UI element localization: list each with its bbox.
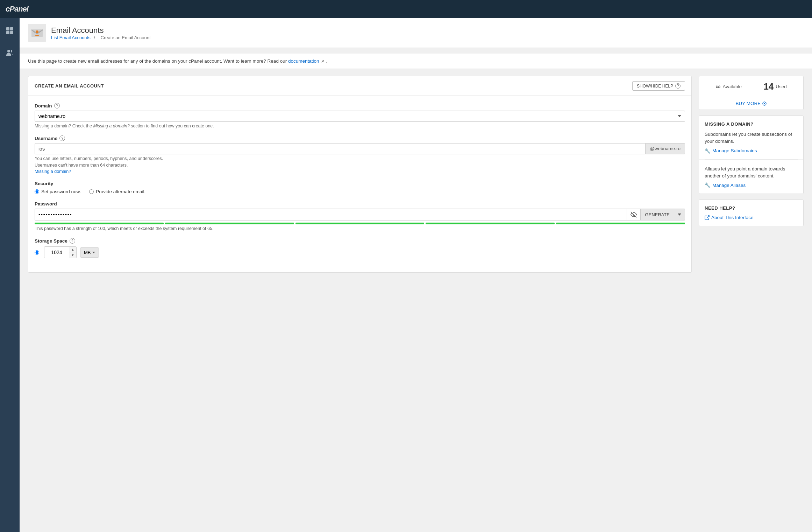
accounts-stats-card: ∞ Available 14 Used BUY MORE bbox=[699, 76, 804, 110]
security-option-2[interactable]: Provide alternate email. bbox=[89, 189, 145, 194]
sidebar-icon-users[interactable] bbox=[3, 46, 17, 61]
top-nav: cPanel bbox=[0, 0, 812, 18]
svg-point-7 bbox=[36, 30, 38, 33]
need-help-section: NEED HELP? About This Interface bbox=[699, 200, 803, 226]
email-icon bbox=[28, 24, 46, 42]
password-visibility-toggle[interactable] bbox=[627, 209, 640, 220]
storage-unit-label: MB bbox=[84, 250, 91, 255]
buy-more-section: BUY MORE bbox=[699, 97, 803, 110]
strength-bar-4 bbox=[426, 223, 555, 224]
security-label-text: Security bbox=[35, 181, 53, 186]
right-sidebar: ∞ Available 14 Used BUY MORE bbox=[699, 76, 804, 232]
password-input[interactable] bbox=[35, 209, 627, 220]
used-label: Used bbox=[776, 84, 787, 89]
buy-more-icon bbox=[762, 102, 767, 106]
username-row: @webname.ro bbox=[35, 143, 685, 154]
generate-dropdown-button[interactable] bbox=[674, 209, 685, 220]
storage-spinners: ▲ ▼ bbox=[69, 247, 76, 258]
storage-unit-button[interactable]: MB bbox=[80, 247, 99, 258]
password-label: Password bbox=[35, 201, 685, 206]
manage-aliases-link[interactable]: 🔧 Manage Aliases bbox=[705, 182, 798, 188]
svg-rect-3 bbox=[10, 31, 13, 34]
breadcrumb: List Email Accounts / Create an Email Ac… bbox=[51, 35, 153, 40]
documentation-link[interactable]: documentation bbox=[288, 58, 319, 64]
accounts-stats: ∞ Available 14 Used bbox=[699, 76, 803, 97]
security-option-1-label: Set password now. bbox=[41, 189, 81, 194]
main-content: Email Accounts List Email Accounts / Cre… bbox=[20, 18, 812, 532]
eye-slash-icon bbox=[631, 211, 637, 218]
external-link-icon bbox=[705, 215, 710, 220]
wrench-icon-subdomains: 🔧 bbox=[705, 148, 711, 154]
security-option-1[interactable]: Set password now. bbox=[35, 189, 81, 194]
svg-rect-1 bbox=[10, 27, 13, 30]
password-strength-text: This password has a strength of 100, whi… bbox=[35, 226, 685, 231]
storage-space-group: Storage Space ? ▲ ▼ bbox=[35, 238, 685, 258]
missing-domain-link[interactable]: Missing a domain? bbox=[35, 169, 71, 174]
sidebar bbox=[0, 18, 20, 532]
page-title: Email Accounts bbox=[51, 26, 153, 35]
security-option-2-label: Provide alternate email. bbox=[96, 189, 145, 194]
username-hint-2: Usernames can't have more than 64 charac… bbox=[35, 163, 685, 168]
buy-more-label: BUY MORE bbox=[736, 101, 761, 106]
help-circle-icon: ? bbox=[675, 83, 681, 89]
form-body: Domain ? webname.ro Missing a domain? Ch… bbox=[28, 96, 691, 272]
storage-unit-chevron-icon bbox=[92, 252, 95, 253]
buy-more-link[interactable]: BUY MORE bbox=[705, 101, 798, 106]
used-stat: 14 Used bbox=[763, 81, 786, 92]
username-group: Username ? @webname.ro You can use lette… bbox=[35, 135, 685, 174]
breadcrumb-list-link[interactable]: List Email Accounts bbox=[51, 35, 91, 40]
manage-subdomains-label: Manage Subdomains bbox=[712, 148, 757, 153]
aliases-text: Aliases let you point a domain towards a… bbox=[705, 166, 798, 180]
username-label-text: Username bbox=[35, 136, 57, 141]
domain-hint-italic: Missing a domain? bbox=[93, 124, 129, 128]
username-label: Username ? bbox=[35, 135, 685, 141]
used-count: 14 bbox=[763, 81, 774, 92]
generate-password-button[interactable]: GENERATE bbox=[640, 209, 674, 220]
sidebar-icon-grid[interactable] bbox=[3, 24, 17, 39]
security-label: Security bbox=[35, 181, 685, 186]
security-radio-2[interactable] bbox=[89, 189, 94, 194]
wrench-icon-aliases: 🔧 bbox=[705, 182, 711, 188]
username-input[interactable] bbox=[35, 143, 645, 154]
missing-domain-card: MISSING A DOMAIN? Subdomains let you cre… bbox=[699, 115, 804, 194]
svg-rect-2 bbox=[6, 31, 9, 34]
aliases-section: Aliases let you point a domain towards a… bbox=[699, 160, 803, 194]
manage-subdomains-link[interactable]: 🔧 Manage Subdomains bbox=[705, 148, 798, 154]
storage-radio[interactable] bbox=[35, 250, 39, 255]
storage-label-text: Storage Space bbox=[35, 238, 67, 244]
storage-help-icon[interactable]: ? bbox=[70, 238, 75, 244]
storage-increase-button[interactable]: ▲ bbox=[69, 247, 76, 252]
about-interface-link[interactable]: About This Interface bbox=[705, 215, 798, 220]
security-radio-1[interactable] bbox=[35, 189, 39, 194]
svg-line-12 bbox=[707, 216, 709, 218]
missing-domain-title: MISSING A DOMAIN? bbox=[705, 121, 798, 127]
username-suffix: @webname.ro bbox=[645, 143, 685, 154]
cpanel-logo: cPanel bbox=[6, 5, 28, 14]
password-row: GENERATE bbox=[35, 209, 685, 220]
domain-help-icon[interactable]: ? bbox=[54, 103, 60, 108]
domain-group: Domain ? webname.ro Missing a domain? Ch… bbox=[35, 103, 685, 128]
password-group: Password bbox=[35, 201, 685, 231]
username-missing-domain: Missing a domain? bbox=[35, 169, 685, 174]
domain-label: Domain ? bbox=[35, 103, 685, 108]
storage-input[interactable] bbox=[44, 247, 69, 257]
breadcrumb-current: Create an Email Account bbox=[101, 35, 151, 40]
show-hide-label: SHOW/HIDE HELP bbox=[637, 84, 673, 89]
show-hide-help-button[interactable]: SHOW/HIDE HELP ? bbox=[632, 81, 685, 91]
username-help-icon[interactable]: ? bbox=[59, 135, 65, 141]
storage-decrease-button[interactable]: ▼ bbox=[69, 252, 76, 258]
form-card: CREATE AN EMAIL ACCOUNT SHOW/HIDE HELP ?… bbox=[28, 76, 692, 273]
storage-input-wrap: ▲ ▼ bbox=[44, 246, 77, 258]
content-row: CREATE AN EMAIL ACCOUNT SHOW/HIDE HELP ?… bbox=[28, 76, 804, 273]
password-strength-bars bbox=[35, 223, 685, 224]
description-external-icon: ↗ bbox=[321, 59, 324, 63]
security-options: Set password now. Provide alternate emai… bbox=[35, 189, 685, 194]
password-label-text: Password bbox=[35, 201, 57, 206]
description-period: . bbox=[326, 58, 327, 64]
domain-hint: Missing a domain? Check the Missing a do… bbox=[35, 124, 685, 128]
available-stat: ∞ Available bbox=[715, 83, 742, 91]
description-text: Use this page to create new email addres… bbox=[28, 58, 287, 64]
page-header: Email Accounts List Email Accounts / Cre… bbox=[20, 18, 812, 48]
domain-select[interactable]: webname.ro bbox=[35, 111, 685, 122]
need-help-title: NEED HELP? bbox=[705, 205, 798, 211]
